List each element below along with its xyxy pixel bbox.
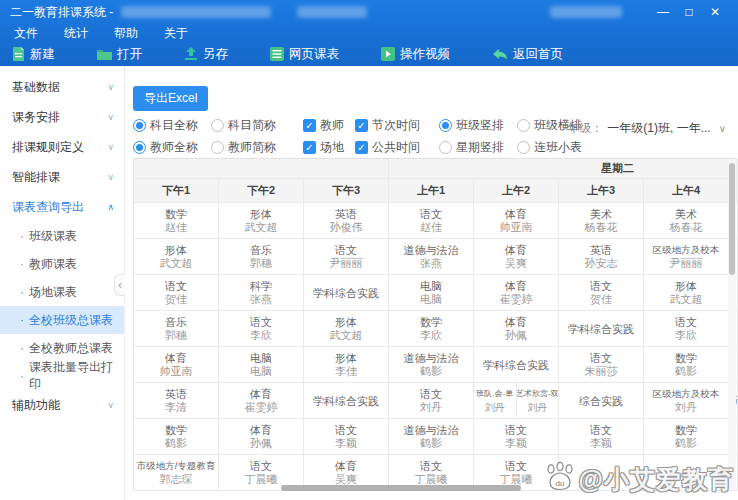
subject-label: 美术	[590, 207, 612, 221]
minimize-button[interactable]: —	[650, 0, 676, 24]
subject-label: 道德与法治	[404, 423, 459, 437]
sidebar-section[interactable]: 课表查询导出∧	[0, 192, 124, 222]
radio-option[interactable]: 星期竖排	[439, 139, 517, 156]
schedule-cell: 语文刘丹	[389, 383, 474, 419]
subject-label: 语文	[590, 279, 612, 293]
timetable-row: 音乐郭穗语文李欣形体武文超数学李欣体育孙佩学科综合实践语文李欣	[134, 311, 736, 347]
checkbox-option[interactable]: ✓教师	[303, 117, 355, 134]
subject-label: 语文	[590, 351, 612, 365]
subject-label: 语文	[420, 459, 442, 473]
web-timetable-button[interactable]: 网页课表	[270, 46, 339, 63]
checkbox-checked-icon[interactable]: ✓	[303, 119, 316, 132]
open-button[interactable]: 打开	[97, 46, 142, 63]
checkbox-checked-icon[interactable]: ✓	[303, 141, 316, 154]
subject-label: 音乐	[250, 243, 272, 257]
subject-label: 体育	[165, 351, 187, 365]
checkbox-option[interactable]: ✓节次时间	[355, 117, 439, 134]
chevron-down-icon: ∨	[107, 400, 114, 410]
vertical-scrollbar[interactable]	[728, 159, 736, 489]
sidebar-section[interactable]: 辅助功能∨	[0, 390, 124, 420]
horizontal-scrollbar-thumb[interactable]	[281, 485, 521, 491]
day-header-monday-tail	[134, 159, 389, 179]
save-as-button[interactable]: 另存	[184, 46, 228, 63]
radio-option[interactable]: 连班小表	[517, 139, 601, 156]
schedule-cell: 英语孙俊伟	[304, 203, 389, 239]
radio-icon[interactable]	[439, 141, 452, 154]
radio-option[interactable]: 教师全称	[133, 139, 211, 156]
checkbox-option[interactable]: ✓公共时间	[355, 139, 439, 156]
radio-option[interactable]: 科目简称	[211, 117, 303, 134]
teacher-label: 刘丹	[420, 401, 442, 414]
radio-icon[interactable]	[211, 141, 224, 154]
sidebar-item[interactable]: ·全校教师总课表	[0, 334, 124, 362]
sidebar-section[interactable]: 基础数据∨	[0, 72, 124, 102]
period-header-cell: 上午4	[644, 179, 729, 203]
subject-label: 语文	[165, 279, 187, 293]
back-home-button[interactable]: 返回首页	[492, 46, 563, 63]
export-excel-button[interactable]: 导出Excel	[133, 86, 208, 111]
menu-item-help[interactable]: 帮助	[114, 25, 138, 42]
sidebar-item[interactable]: ·课表批量导出打印	[0, 362, 124, 390]
teacher-label: 帅亚南	[160, 365, 193, 378]
subject-label: 语文	[420, 387, 442, 401]
teacher-label: 郭穗	[165, 329, 187, 342]
checkbox-checked-icon[interactable]: ✓	[355, 119, 368, 132]
teacher-label: 刘丹	[675, 401, 697, 414]
schedule-cell: 形体武文超	[304, 311, 389, 347]
sidebar-item[interactable]: ·场地课表	[0, 278, 124, 306]
new-button[interactable]: 新建	[12, 46, 55, 63]
sidebar-section[interactable]: 智能排课∨	[0, 162, 124, 192]
subject-label: 电脑	[420, 279, 442, 293]
radio-icon[interactable]	[517, 119, 530, 132]
subject-label: 道德与法治	[404, 351, 459, 365]
schedule-cell: 形体武文超	[134, 239, 219, 275]
tutorial-video-button[interactable]: 操作视频	[381, 46, 450, 63]
chevron-down-icon: ∨	[107, 142, 114, 152]
radio-option[interactable]: 教师简称	[211, 139, 303, 156]
schedule-cell: 道德与法治鹤影	[389, 419, 474, 455]
menu-item-about[interactable]: 关于	[164, 25, 188, 42]
teacher-label: 郭志琛	[160, 473, 193, 486]
sidebar-item[interactable]: ·班级课表	[0, 222, 124, 250]
schedule-cell: 语文尹丽丽	[304, 239, 389, 275]
radio-selected-icon[interactable]	[133, 141, 146, 154]
sidebar-section-label: 基础数据	[12, 79, 60, 96]
new-file-icon	[12, 47, 25, 61]
subject-label: 美术	[675, 207, 697, 221]
teacher-label: 李欣	[675, 329, 697, 342]
period-header-cell: 下午2	[219, 179, 304, 203]
radio-icon[interactable]	[211, 119, 224, 132]
subject-label: 学科综合实践	[313, 394, 379, 408]
sidebar-item-label: 课表批量导出打印	[29, 359, 118, 393]
grade-select[interactable]: 年级： 一年级(1)班, 一年... ∨	[567, 120, 726, 137]
radio-option[interactable]: 科目全称	[133, 117, 211, 134]
window-title: 二一教育排课系统 -	[10, 4, 113, 21]
schedule-cell: 体育帅亚南	[134, 347, 219, 383]
sidebar-item[interactable]: ·全校班级总课表	[0, 306, 124, 334]
schedule-cell: 语文朱丽莎	[559, 347, 644, 383]
radio-icon[interactable]	[517, 141, 530, 154]
maximize-button[interactable]: □	[676, 0, 702, 24]
checkbox-checked-icon[interactable]: ✓	[355, 141, 368, 154]
timetable-row: 形体武文超音乐郭穗语文尹丽丽道德与法治张燕体育吴爽英语孙安志区级地方及校本尹丽丽	[134, 239, 736, 275]
period-header-cell: 下午1	[134, 179, 219, 203]
sidebar-section[interactable]: 排课规则定义∨	[0, 132, 124, 162]
menu-item-statistics[interactable]: 统计	[64, 25, 88, 42]
chevron-down-icon: ∨	[107, 112, 114, 122]
subject-label: 语文	[675, 315, 697, 329]
subject-label: 体育	[505, 243, 527, 257]
sidebar-item[interactable]: ·教师课表	[0, 250, 124, 278]
close-button[interactable]: ✕	[702, 0, 728, 24]
radio-selected-icon[interactable]	[439, 119, 452, 132]
sidebar-collapse-handle[interactable]: ‹	[114, 274, 125, 296]
main-content: 导出Excel 科目全称科目简称✓教师✓节次时间班级竖排班级横排 教师全称教师简…	[125, 66, 738, 500]
teacher-label: 崔雯婷	[245, 401, 278, 414]
teacher-label: 尹丽丽	[670, 257, 703, 270]
radio-selected-icon[interactable]	[133, 119, 146, 132]
checkbox-option[interactable]: ✓场地	[303, 139, 355, 156]
sidebar-section[interactable]: 课务安排∨	[0, 102, 124, 132]
vertical-scrollbar-thumb[interactable]	[729, 163, 735, 275]
menu-item-file[interactable]: 文件	[14, 25, 38, 42]
timetable-row: 数学鹤影体育孙佩语文李颖道德与法治鹤影语文李颖语文李颖数学鹤影	[134, 419, 736, 455]
radio-option[interactable]: 班级竖排	[439, 117, 517, 134]
